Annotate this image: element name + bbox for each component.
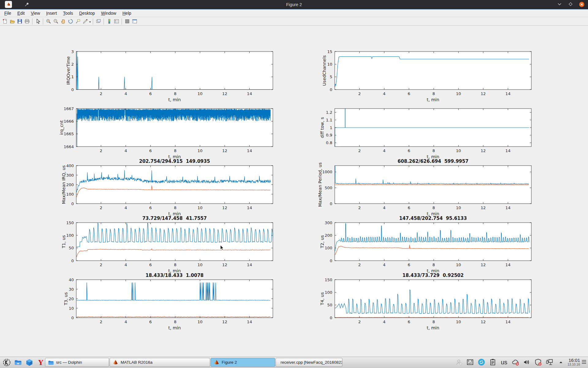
y-tick-label: 10 [327,62,332,67]
network-icon[interactable] [545,358,553,366]
open-file-icon[interactable] [9,18,16,25]
shield-warning-icon[interactable] [534,358,542,366]
zoom-in-icon[interactable] [45,18,52,25]
print-figure-icon[interactable] [23,18,31,25]
cube-app-icon[interactable] [25,358,34,367]
save-figure-icon[interactable] [16,18,23,25]
x-tick-label: 10 [198,205,203,210]
subplot-used-channels[interactable]: 2468101214051015t, minUsedChannels [310,42,538,104]
y-tick-label: 1000 [322,170,332,174]
x-tick-label: 6 [149,320,152,324]
rotate-3d-icon[interactable] [67,18,74,25]
panel-menu-icon[interactable] [581,360,587,365]
cloud-offline-icon[interactable] [511,358,519,366]
x-tick-label: 10 [198,263,203,267]
screen-layout-icon[interactable] [466,358,474,366]
y-tick-label: 20 [69,297,74,301]
insert-legend-icon[interactable] [113,18,120,25]
brush-icon[interactable] [81,18,89,25]
maximize-button[interactable] [567,1,574,8]
y-tick-label: 0 [330,87,332,92]
y-tick-label: 200 [66,182,74,187]
x-tick-label: 10 [456,320,461,324]
y-tick-label: 0 [71,201,74,206]
y-tick-label: 1666 [64,119,74,124]
x-tick-label: 10 [456,205,461,210]
link-plot-icon[interactable] [95,18,102,25]
taskbar-clock[interactable]: 16:01 13.10.16 [567,358,580,366]
x-tick-label: 2 [358,205,361,210]
menu-item-help[interactable]: Help [119,10,134,16]
x-tick-label: 10 [198,148,203,153]
x-tick-label: 2 [100,263,102,267]
menu-bar: FileEditViewInsertToolsDesktopWindowHelp [0,10,588,17]
y-tick-label: 150 [325,278,332,282]
tray-expand-icon[interactable] [557,358,565,366]
file-manager-icon[interactable] [14,358,22,367]
keyboard-layout-icon[interactable]: us [500,358,508,366]
x-tick-label: 8 [432,320,435,324]
y-tick-label: 1 [71,75,74,79]
y-axis-label: diff tow, s [320,117,325,138]
x-tick-label: 14 [505,320,511,324]
show-plot-tools-icon[interactable] [131,18,138,25]
x-tick-label: 14 [247,205,252,210]
x-tick-label: 6 [149,205,152,210]
y-tick-label: 0 [330,259,332,263]
x-tick-label: 12 [481,320,486,324]
menu-item-edit[interactable]: Edit [14,10,28,16]
menu-item-window[interactable]: Window [98,10,119,16]
menu-item-view[interactable]: View [28,10,43,16]
zoom-out-icon[interactable] [52,18,59,25]
subplot-diff-tow[interactable]: 24681012140.80.911.11.2t, mindiff tow, s [310,99,538,161]
volume-icon[interactable] [523,358,531,366]
new-figure-icon[interactable] [1,18,9,25]
x-tick-label: 12 [222,91,228,96]
hide-plot-tools-icon[interactable] [123,18,131,25]
yandex-browser-icon[interactable]: Y [36,358,45,367]
menu-item-insert[interactable]: Insert [43,10,60,16]
y-tick-label: 0.9 [326,133,332,137]
x-tick-label: 2 [100,320,102,324]
task-button-1[interactable]: src — Dolphin [45,358,109,367]
edit-plot-icon[interactable] [34,18,41,25]
pan-icon[interactable] [59,18,67,25]
clipboard-icon[interactable] [489,358,497,366]
menu-item-tools[interactable]: Tools [60,10,76,16]
y-axis-label: T4, us [320,292,325,306]
subplot-t4[interactable]: 246810121405010015018.433/73.729 0.92502… [310,270,538,332]
x-tick-label: 8 [432,91,435,96]
subplot-irq-over-time[interactable]: 24681012140123t, minIRQOverTime [52,42,280,104]
subplot-max-mean-irq[interactable]: 24681012140100200300400202.754/294.915 1… [52,156,280,218]
insert-colorbar-icon[interactable] [105,18,113,25]
toolbar-separator [32,18,32,25]
subplot-t1[interactable]: 246810121405010015073.729/147.458 41.755… [52,213,280,275]
subplot-max-mean-period[interactable]: 246810121405001000608.262/626.694 599.99… [310,156,538,218]
subplot-t3[interactable]: 246810121401020304018.433/18.433 1.0078t… [52,270,280,332]
y-tick-label: 300 [325,220,332,225]
user-icon[interactable] [455,358,463,366]
task-button-4[interactable]: Qtreceiver.cpp [NewFacq_20160823] - [276,358,342,367]
x-tick-label: 12 [222,148,228,153]
x-tick-label: 14 [505,205,511,210]
x-tick-label: 6 [408,91,410,96]
close-button[interactable] [578,1,585,8]
task-button-3[interactable]: Figure 2 [211,358,275,367]
y-tick-label: 0 [330,316,332,320]
minimize-button[interactable] [556,1,563,8]
menu-item-file[interactable]: File [1,10,14,16]
clock-date: 13.10.16 [567,363,580,366]
x-tick-label: 14 [505,91,511,96]
data-cursor-icon[interactable] [74,18,81,25]
x-tick-label: 14 [247,320,252,324]
x-tick-label: 4 [383,320,385,324]
kde-menu-icon[interactable] [2,358,11,367]
x-tick-label: 10 [456,91,461,96]
task-button-2[interactable]: MATLAB R2016a [110,358,210,367]
subplot-irq-cnt[interactable]: 24681012141664166516661667t, minirq_cnt [52,99,280,161]
menu-item-desktop[interactable]: Desktop [76,10,98,16]
y-tick-label: 400 [66,163,74,168]
subplot-t2[interactable]: 24681012140100200300147.458/202.754 95.6… [310,213,538,275]
sync-icon[interactable] [477,358,485,366]
brush-dropdown-icon[interactable] [89,19,91,24]
